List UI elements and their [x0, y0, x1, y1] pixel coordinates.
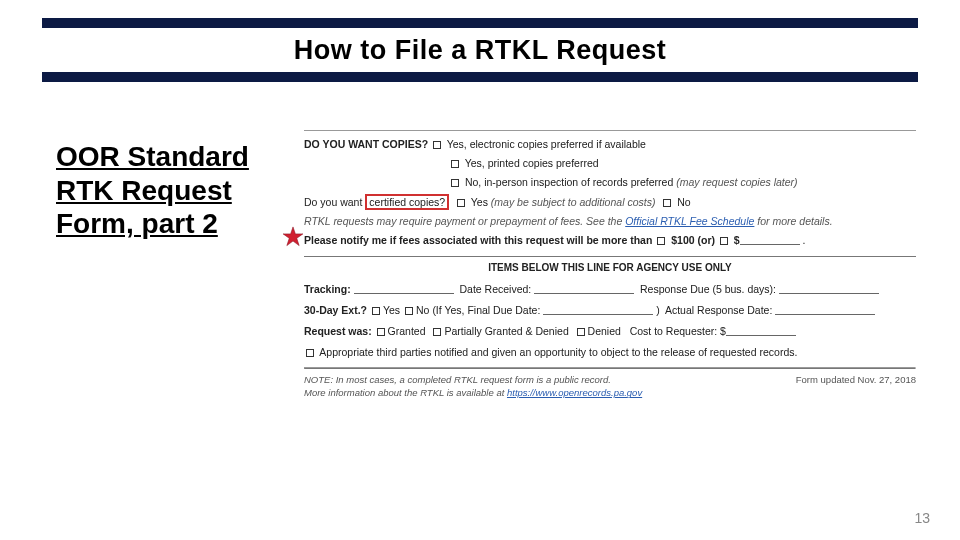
checkbox-icon	[377, 328, 385, 336]
copies-row: DO YOU WANT COPIES? Yes, electronic copi…	[304, 137, 916, 152]
blank-line	[779, 284, 879, 294]
checkbox-icon	[663, 199, 671, 207]
checkbox-icon	[577, 328, 585, 336]
tracking-row: Tracking: Date Received: Response Due (5…	[304, 282, 916, 297]
ext-no: No	[416, 304, 429, 316]
blank-line	[726, 326, 796, 336]
rule	[304, 367, 916, 369]
partial: Partially Granted & Denied	[444, 325, 568, 337]
checkbox-icon	[457, 199, 465, 207]
copies-question: DO YOU WANT COPIES?	[304, 138, 428, 150]
checkbox-icon	[720, 237, 728, 245]
copies-opt-3-note: (may request copies later)	[676, 176, 797, 188]
reqwas-row: Request was: Granted Partially Granted &…	[304, 324, 916, 339]
checkbox-icon	[451, 179, 459, 187]
note-line1: NOTE: In most cases, a completed RTKL re…	[304, 374, 611, 385]
rule	[304, 256, 916, 257]
certified-row: Do you want certified copies? Yes (may b…	[304, 195, 916, 210]
copies-opt-3-row: No, in-person inspection of records pref…	[449, 175, 916, 190]
certified-no: No	[677, 196, 690, 208]
third-parties-row: Appropriate third parties notified and g…	[304, 345, 916, 360]
certified-yes-note: (may be subject to additional costs)	[491, 196, 656, 208]
checkbox-icon	[451, 160, 459, 168]
tracking-label: Tracking:	[304, 283, 351, 295]
fees-row: RTKL requests may require payment or pre…	[304, 214, 916, 229]
blank-line	[543, 305, 653, 315]
copies-opt-3: No, in-person inspection of records pref…	[465, 176, 673, 188]
blank-line	[775, 305, 875, 315]
notify-100: $100 (or)	[671, 234, 715, 246]
granted: Granted	[388, 325, 426, 337]
page-number: 13	[914, 510, 930, 526]
checkbox-icon	[657, 237, 665, 245]
footnote: NOTE: In most cases, a completed RTKL re…	[304, 373, 916, 401]
checkbox-icon	[372, 307, 380, 315]
agency-header: ITEMS BELOW THIS LINE FOR AGENCY USE ONL…	[304, 261, 916, 276]
blank-line	[534, 284, 634, 294]
subtitle: OOR Standard RTK Request Form, part 2	[56, 140, 276, 241]
rule	[304, 130, 916, 131]
blank-line	[740, 235, 800, 245]
title-bar: How to File a RTKL Request	[42, 18, 918, 82]
copies-opt-1: Yes, electronic copies preferred if avai…	[447, 138, 646, 150]
ext-row: 30-Day Ext.? Yes No (If Yes, Final Due D…	[304, 303, 916, 318]
reqwas-label: Request was:	[304, 325, 372, 337]
blank-line	[354, 284, 454, 294]
actual-label: Actual Response Date:	[665, 304, 772, 316]
checkbox-icon	[433, 328, 441, 336]
ext-yes: Yes	[383, 304, 400, 316]
copies-opt-2-row: Yes, printed copies preferred	[449, 156, 916, 171]
checkbox-icon	[405, 307, 413, 315]
star-icon	[282, 226, 304, 248]
third-parties: Appropriate third parties notified and g…	[319, 346, 797, 358]
footnote-left: NOTE: In most cases, a completed RTKL re…	[304, 373, 642, 401]
note-link: https://www.openrecords.pa.gov	[507, 387, 642, 398]
certified-pre: Do you want	[304, 196, 362, 208]
note-line2-pre: More information about the RTKL is avail…	[304, 387, 507, 398]
ext-note: (If Yes, Final Due Date:	[432, 304, 540, 316]
denied: Denied	[588, 325, 621, 337]
checkbox-icon	[433, 141, 441, 149]
fee-schedule-link: Official RTKL Fee Schedule	[625, 215, 754, 227]
form-image: DO YOU WANT COPIES? Yes, electronic copi…	[304, 128, 916, 400]
date-received-label: Date Received:	[459, 283, 531, 295]
certified-box: certified copies?	[365, 194, 449, 210]
copies-opt-2: Yes, printed copies preferred	[465, 157, 599, 169]
fees-pre: RTKL requests may require payment or pre…	[304, 215, 625, 227]
cost-label: Cost to Requester: $	[630, 325, 726, 337]
notify-pre: Please notify me if fees associated with…	[304, 234, 652, 246]
fees-post: for more details.	[754, 215, 832, 227]
title-bar-inner: How to File a RTKL Request	[42, 28, 918, 72]
slide-title: How to File a RTKL Request	[294, 35, 667, 66]
form-updated: Form updated Nov. 27, 2018	[796, 373, 916, 401]
checkbox-icon	[306, 349, 314, 357]
ext-label: 30-Day Ext.?	[304, 304, 367, 316]
certified-yes: Yes	[471, 196, 488, 208]
notify-row: Please notify me if fees associated with…	[304, 233, 916, 248]
slide: How to File a RTKL Request OOR Standard …	[0, 0, 960, 540]
response-due-label: Response Due (5 bus. days):	[640, 283, 776, 295]
